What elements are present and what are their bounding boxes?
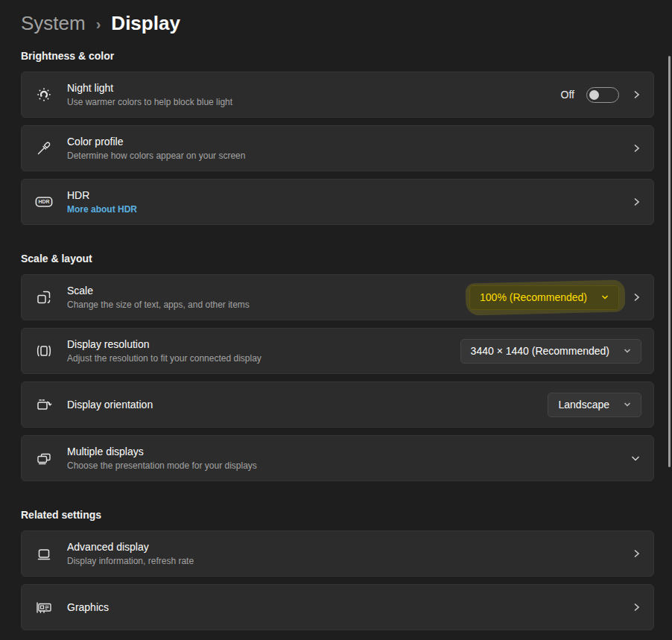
chevron-down-icon — [600, 293, 609, 302]
color-profile-icon — [35, 140, 53, 156]
advanced-display-row[interactable]: Advanced display Display information, re… — [21, 530, 654, 577]
hdr-text: HDR More about HDR — [67, 189, 631, 215]
hdr-row[interactable]: HDR HDR More about HDR — [21, 179, 654, 225]
section-scale-layout: Scale & layout — [21, 253, 654, 264]
graphics-title: Graphics — [67, 601, 631, 614]
chevron-right-icon — [631, 89, 641, 100]
display-resolution-text: Display resolution Adjust the resolution… — [67, 338, 460, 364]
graphics-row[interactable]: Graphics — [21, 584, 654, 630]
settings-page: System › Display Brightness & color Nigh… — [0, 0, 672, 630]
section-brightness-color: Brightness & color — [21, 51, 654, 61]
hdr-more-link[interactable]: More about HDR — [67, 204, 631, 215]
night-light-row[interactable]: Night light Use warmer colors to help bl… — [21, 72, 654, 118]
advanced-display-subtitle: Display information, refresh rate — [67, 556, 631, 566]
vertical-scrollbar[interactable] — [668, 56, 671, 467]
section-related-settings: Related settings — [21, 510, 654, 520]
chevron-right-icon — [631, 602, 641, 612]
display-resolution-subtitle: Adjust the resolution to fit your connec… — [67, 353, 460, 364]
scale-dropdown[interactable]: 100% (Recommended) — [469, 285, 619, 310]
color-profile-title: Color profile — [67, 136, 631, 148]
multiple-displays-title: Multiple displays — [67, 446, 630, 458]
breadcrumb-system[interactable]: System — [21, 12, 86, 35]
display-orientation-value: Landscape — [558, 399, 609, 411]
chevron-down-icon — [623, 400, 632, 409]
scale-subtitle: Change the size of text, apps, and other… — [67, 300, 469, 310]
multiple-displays-row[interactable]: Multiple displays Choose the presentatio… — [21, 435, 654, 481]
page-title: Display — [111, 12, 180, 35]
display-resolution-title: Display resolution — [67, 338, 460, 351]
color-profile-subtitle: Determine how colors appear on your scre… — [67, 151, 631, 161]
multiple-displays-icon — [35, 450, 53, 466]
display-resolution-dropdown[interactable]: 3440 × 1440 (Recommended) — [460, 339, 641, 364]
toggle-knob — [589, 90, 599, 100]
advanced-display-icon — [35, 545, 53, 562]
multiple-displays-subtitle: Choose the presentation mode for your di… — [67, 460, 630, 471]
scale-text: Scale Change the size of text, apps, and… — [67, 285, 469, 310]
chevron-right-icon — [631, 548, 641, 559]
hdr-title: HDR — [67, 189, 631, 202]
chevron-right-icon — [631, 143, 641, 153]
night-light-text: Night light Use warmer colors to help bl… — [67, 82, 561, 107]
advanced-display-title: Advanced display — [67, 541, 631, 554]
scale-title: Scale — [67, 285, 469, 297]
chevron-down-icon — [623, 346, 632, 355]
scale-dropdown-value: 100% (Recommended) — [480, 291, 587, 303]
scale-icon — [35, 289, 53, 305]
graphics-icon — [35, 599, 53, 615]
night-light-subtitle: Use warmer colors to help block blue lig… — [67, 97, 561, 107]
chevron-right-icon — [631, 292, 641, 302]
advanced-display-text: Advanced display Display information, re… — [67, 541, 631, 566]
night-light-title: Night light — [67, 82, 561, 95]
graphics-text: Graphics — [67, 601, 631, 614]
hdr-icon: HDR — [35, 194, 53, 210]
night-light-icon — [35, 86, 53, 103]
svg-text:HDR: HDR — [39, 199, 50, 204]
multiple-displays-text: Multiple displays Choose the presentatio… — [67, 446, 630, 471]
chevron-down-icon[interactable] — [630, 452, 641, 464]
color-profile-text: Color profile Determine how colors appea… — [67, 136, 631, 161]
night-light-toggle-label: Off — [561, 89, 574, 101]
chevron-right-icon — [631, 197, 641, 207]
display-orientation-dropdown[interactable]: Landscape — [548, 393, 641, 417]
display-orientation-row: Display orientation Landscape — [21, 381, 654, 428]
display-resolution-value: 3440 × 1440 (Recommended) — [471, 345, 609, 357]
scale-row[interactable]: Scale Change the size of text, apps, and… — [21, 274, 654, 320]
night-light-toggle[interactable] — [586, 87, 619, 103]
breadcrumb-separator-icon: › — [96, 14, 101, 33]
display-resolution-row: Display resolution Adjust the resolution… — [21, 328, 654, 374]
display-orientation-title: Display orientation — [67, 399, 548, 411]
display-resolution-icon — [35, 343, 53, 359]
breadcrumb: System › Display — [21, 9, 654, 37]
display-orientation-icon — [35, 396, 53, 413]
display-orientation-text: Display orientation — [67, 399, 548, 411]
color-profile-row[interactable]: Color profile Determine how colors appea… — [21, 125, 654, 171]
